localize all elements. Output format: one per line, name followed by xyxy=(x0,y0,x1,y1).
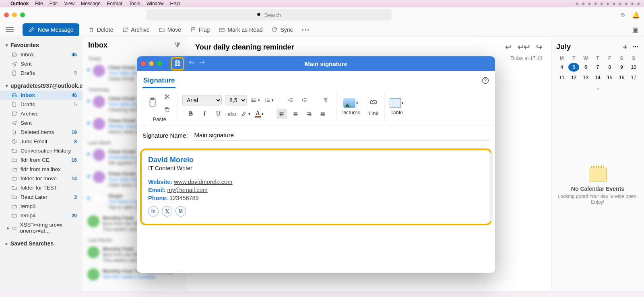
collapse-pane-button[interactable]: ▣ xyxy=(632,26,638,33)
signature-name-input[interactable] xyxy=(194,130,489,140)
bullet-list-button[interactable]: ▾ xyxy=(250,95,260,105)
activity-icon[interactable]: ⎋ xyxy=(621,11,625,19)
saved-searches-section[interactable]: ▸Saved Searches xyxy=(0,239,83,248)
modal-maximize[interactable] xyxy=(157,61,162,66)
toggle-sidebar-button[interactable] xyxy=(6,27,14,32)
calendar-expand[interactable]: ⌄ xyxy=(556,84,639,91)
modal-close[interactable] xyxy=(141,61,146,66)
sidebar-item-read-later[interactable]: Read Later3 xyxy=(0,192,83,202)
sidebar-item-drafts[interactable]: Drafts5 xyxy=(0,100,83,109)
calendar-day[interactable]: 14 xyxy=(592,73,603,82)
calendar-day[interactable]: 8 xyxy=(604,63,615,72)
sidebar-item-conv-hist[interactable]: Conversation History xyxy=(0,146,83,155)
redo-button[interactable] xyxy=(195,60,205,68)
sidebar-item-sent-fav[interactable]: Sent xyxy=(0,59,83,68)
notifications-icon[interactable]: 🔔 xyxy=(632,11,640,19)
strikethrough-button[interactable]: abc xyxy=(227,109,237,119)
indent-button[interactable] xyxy=(299,95,310,105)
sidebar-item-fldr-mailbox[interactable]: fldr from mailbox xyxy=(0,165,83,174)
paragraph-button[interactable] xyxy=(321,95,331,105)
filter-icon[interactable]: ⧩ xyxy=(174,41,180,50)
highlight-button[interactable]: ▾ xyxy=(240,109,251,119)
mark-read-button[interactable]: Mark as Read xyxy=(219,27,262,33)
reply-all-icon[interactable]: ↩↩ xyxy=(518,43,530,52)
calendar-day[interactable]: 7 xyxy=(592,63,603,72)
font-family-select[interactable]: Arial xyxy=(182,95,222,105)
font-size-select[interactable]: 8,5 xyxy=(225,95,247,105)
sidebar-item-inbox-fav[interactable]: Inbox46 xyxy=(0,50,83,59)
reply-icon[interactable]: ↩ xyxy=(505,43,511,52)
account-section[interactable]: ▾upgradetest937@outlook.c… xyxy=(0,81,83,91)
linkedin-icon[interactable]: in xyxy=(148,206,159,217)
insert-table-button[interactable]: ▾ Table xyxy=(390,98,404,116)
menubar-app[interactable]: Outlook xyxy=(10,1,29,6)
calendar-day[interactable]: 4 xyxy=(556,63,568,72)
align-left-button[interactable] xyxy=(277,109,287,119)
sidebar-item-folder-test[interactable]: folder for TEST xyxy=(0,183,83,192)
calendar-day[interactable]: 6 xyxy=(580,63,591,72)
sidebar-item-inbox[interactable]: Inbox46 xyxy=(0,91,83,100)
favourites-section[interactable]: ▾Favourites xyxy=(0,40,83,50)
outdent-button[interactable] xyxy=(285,95,296,105)
sidebar-item-xss[interactable]: ▸XSS"><img src=x onerror=al… xyxy=(0,220,83,235)
sidebar-item-deleted[interactable]: Deleted Items19 xyxy=(0,128,83,137)
calendar-day[interactable]: 13 xyxy=(580,73,591,82)
sidebar-item-archive[interactable]: Archive xyxy=(0,109,83,118)
calendar-day[interactable]: 16 xyxy=(616,73,627,82)
bold-button[interactable]: B xyxy=(186,109,196,119)
twitter-icon[interactable]: 𝕏 xyxy=(162,206,172,217)
font-color-button[interactable]: A▾ xyxy=(254,109,264,119)
forward-icon[interactable]: ↪ xyxy=(536,43,542,52)
calendar-day[interactable]: 11 xyxy=(556,73,568,82)
search-input[interactable]: Search xyxy=(146,9,392,21)
archive-button[interactable]: Archive xyxy=(122,27,150,33)
sidebar-item-sent[interactable]: Sent xyxy=(0,118,83,128)
italic-button[interactable]: I xyxy=(199,109,210,119)
sidebar-item-fldr-ce[interactable]: fldr from CE16 xyxy=(0,155,83,165)
calendar-day[interactable]: 17 xyxy=(628,73,639,82)
underline-button[interactable]: U xyxy=(213,109,223,119)
menu-file[interactable]: File xyxy=(35,1,43,6)
cut-button[interactable] xyxy=(162,91,172,102)
paste-button[interactable] xyxy=(147,97,159,109)
move-button[interactable]: Move xyxy=(159,27,181,33)
calendar-day[interactable]: 12 xyxy=(568,73,580,82)
menu-view[interactable]: View xyxy=(64,1,74,6)
calendar-more-button[interactable]: ⋯ xyxy=(633,43,639,50)
help-button[interactable] xyxy=(481,76,489,86)
window-maximize[interactable] xyxy=(20,12,25,17)
sidebar-item-temp4[interactable]: temp420 xyxy=(0,211,83,220)
signature-body-editor[interactable]: David Morelo IT Content Writer Website: … xyxy=(140,148,492,225)
align-center-button[interactable] xyxy=(290,109,301,119)
add-event-button[interactable]: ＋ xyxy=(621,42,629,52)
align-right-button[interactable] xyxy=(304,109,314,119)
sync-button[interactable]: Sync xyxy=(271,27,293,33)
tab-signature[interactable]: Signature xyxy=(142,74,175,88)
align-justify-button[interactable] xyxy=(318,109,328,119)
window-close[interactable] xyxy=(4,12,9,17)
menu-window[interactable]: Window xyxy=(147,1,164,6)
delete-button[interactable]: Delete xyxy=(88,27,113,33)
menu-message[interactable]: Message xyxy=(81,1,101,6)
insert-picture-button[interactable]: ▾ Pictures xyxy=(341,98,360,116)
calendar-day[interactable]: 9 xyxy=(616,63,627,72)
new-message-button[interactable]: New Message xyxy=(23,23,79,36)
undo-button[interactable] xyxy=(184,60,195,68)
sidebar-item-drafts-fav[interactable]: Drafts5 xyxy=(0,68,83,78)
menu-edit[interactable]: Edit xyxy=(50,1,58,6)
copy-button[interactable] xyxy=(162,104,172,115)
save-button[interactable] xyxy=(171,57,184,70)
flag-button[interactable]: Flag xyxy=(190,27,210,33)
calendar-day[interactable]: 10 xyxy=(628,63,639,72)
window-minimize[interactable] xyxy=(12,12,17,17)
insert-link-button[interactable]: Link xyxy=(367,97,380,116)
sidebar-item-junk[interactable]: Junk Email8 xyxy=(0,137,83,146)
menu-help[interactable]: Help xyxy=(170,1,180,6)
modal-minimize[interactable] xyxy=(149,61,154,66)
menu-tools[interactable]: Tools xyxy=(129,1,140,6)
calendar-day-today[interactable]: 5 xyxy=(568,63,580,72)
more-button[interactable]: ••• xyxy=(302,27,310,33)
sidebar-item-temp3[interactable]: temp3 xyxy=(0,202,83,211)
menu-format[interactable]: Format xyxy=(107,1,122,6)
calendar-day[interactable]: 15 xyxy=(604,73,615,82)
